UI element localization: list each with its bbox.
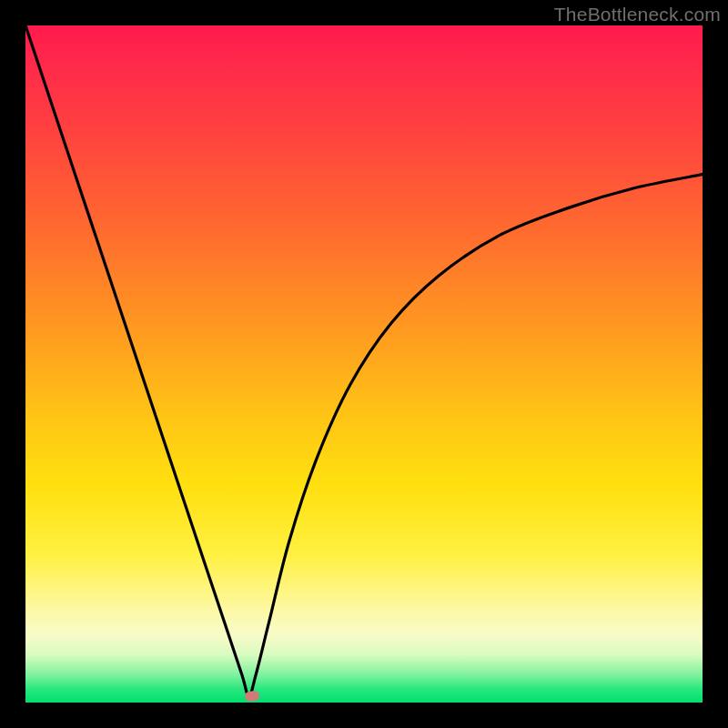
bottleneck-curve bbox=[25, 25, 703, 703]
optimum-marker bbox=[245, 691, 260, 702]
plot-area bbox=[25, 25, 703, 703]
chart-frame: TheBottleneck.com bbox=[0, 0, 728, 728]
watermark-text: TheBottleneck.com bbox=[554, 4, 721, 25]
